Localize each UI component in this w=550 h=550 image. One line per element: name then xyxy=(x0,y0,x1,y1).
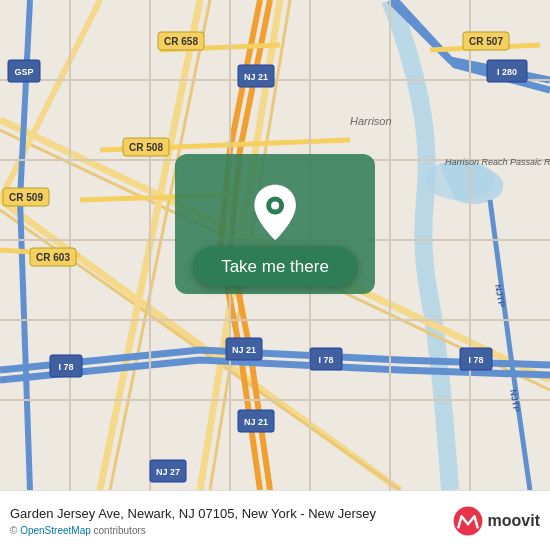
contributors-text: contributors xyxy=(91,525,146,536)
moovit-text: moovit xyxy=(488,512,540,530)
svg-text:Harrison Reach Passaic Rive: Harrison Reach Passaic Rive xyxy=(445,157,550,167)
moovit-logo: moovit xyxy=(452,505,540,537)
osm-text: © xyxy=(10,525,20,536)
moovit-icon xyxy=(452,505,484,537)
svg-text:CR 509: CR 509 xyxy=(9,192,43,203)
footer-address: Garden Jersey Ave, Newark, NJ 07105, New… xyxy=(10,505,376,523)
footer-left: Garden Jersey Ave, Newark, NJ 07105, New… xyxy=(10,505,376,536)
svg-text:CR 658: CR 658 xyxy=(164,36,198,47)
svg-text:NJ 27: NJ 27 xyxy=(156,467,180,477)
osm-link[interactable]: OpenStreetMap xyxy=(20,525,91,536)
svg-text:Harrison: Harrison xyxy=(350,115,392,127)
svg-point-46 xyxy=(271,202,279,210)
take-me-there-button[interactable]: Take me there xyxy=(193,247,357,287)
svg-text:CR 508: CR 508 xyxy=(129,142,163,153)
osm-credit: © OpenStreetMap contributors xyxy=(10,525,376,536)
svg-text:NJ 21: NJ 21 xyxy=(244,417,268,427)
map-container: CR 658 CR 508 CR 603 CR 507 CR 509 NJ 21… xyxy=(0,0,550,490)
svg-text:NJ 21: NJ 21 xyxy=(244,72,268,82)
svg-text:NJ 21: NJ 21 xyxy=(232,345,256,355)
svg-point-47 xyxy=(453,506,482,535)
popup-overlay: Take me there xyxy=(193,183,357,287)
svg-text:CR 507: CR 507 xyxy=(469,36,503,47)
footer: Garden Jersey Ave, Newark, NJ 07105, New… xyxy=(0,490,550,550)
svg-text:CR 603: CR 603 xyxy=(36,252,70,263)
location-pin-icon xyxy=(250,183,300,243)
svg-text:I 78: I 78 xyxy=(58,362,73,372)
svg-text:I 78: I 78 xyxy=(468,355,483,365)
svg-text:I 280: I 280 xyxy=(497,67,517,77)
svg-text:GSP: GSP xyxy=(14,67,33,77)
svg-text:I 78: I 78 xyxy=(318,355,333,365)
